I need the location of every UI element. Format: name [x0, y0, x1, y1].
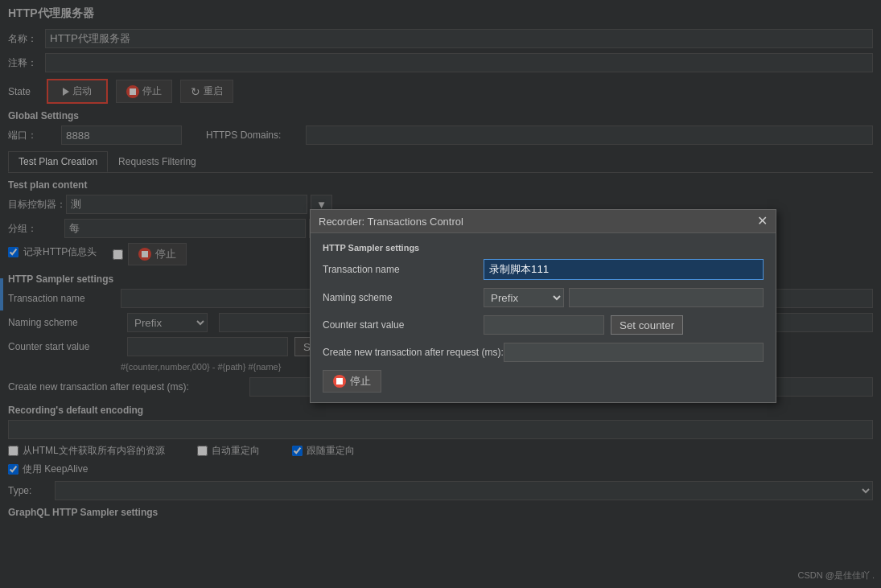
modal-header: Recorder: Transactions Control ✕: [311, 210, 776, 233]
modal-dialog: Recorder: Transactions Control ✕ HTTP Sa…: [310, 209, 776, 403]
modal-create-row: Create new transaction after request (ms…: [323, 343, 764, 362]
modal-stop-label: 停止: [350, 374, 371, 389]
modal-stop-icon: [333, 375, 346, 388]
modal-set-counter-button[interactable]: Set counter: [611, 315, 683, 335]
modal-overlay: Recorder: Transactions Control ✕ HTTP Sa…: [0, 0, 881, 588]
modal-create-input[interactable]: [504, 343, 764, 362]
modal-naming-row: Naming scheme Prefix Suffix: [323, 288, 764, 307]
modal-transaction-label: Transaction name: [323, 264, 484, 275]
modal-counter-row: Counter start value Set counter: [323, 315, 764, 335]
modal-naming-select[interactable]: Prefix Suffix: [484, 288, 564, 307]
modal-transaction-row: Transaction name: [323, 259, 764, 280]
modal-section-title: HTTP Sampler settings: [323, 243, 764, 253]
modal-transaction-input[interactable]: [484, 259, 764, 280]
modal-naming-label: Naming scheme: [323, 292, 484, 303]
modal-counter-label: Counter start value: [323, 319, 484, 331]
modal-close-button[interactable]: ✕: [757, 215, 768, 228]
main-panel: HTTP代理服务器 名称： 注释： State 启动 停止 ↻ 重启: [0, 0, 881, 588]
modal-naming-extra-input[interactable]: [569, 288, 764, 307]
modal-counter-input[interactable]: [484, 315, 604, 335]
modal-body: HTTP Sampler settings Transaction name N…: [311, 233, 776, 402]
modal-title: Recorder: Transactions Control: [319, 216, 463, 228]
modal-create-label: Create new transaction after request (ms…: [323, 347, 504, 358]
modal-stop-button[interactable]: 停止: [323, 370, 381, 393]
